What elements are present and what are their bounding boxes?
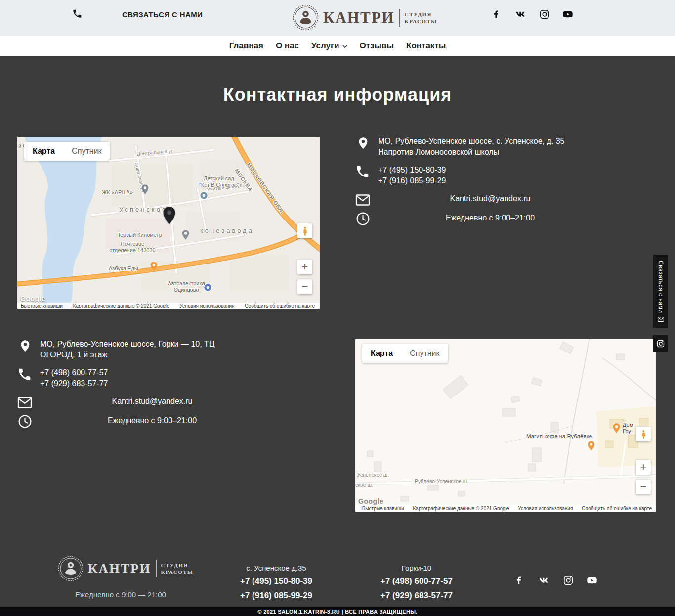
attribution-report[interactable]: Сообщить об ошибке на карте <box>582 506 652 511</box>
pegman-control[interactable] <box>297 223 312 238</box>
clock-icon <box>355 212 378 225</box>
youtube-icon[interactable] <box>562 9 574 19</box>
instagram-side-button[interactable] <box>653 335 668 352</box>
map-label-poi: Азбука Еды <box>109 265 138 272</box>
map-poi-pin[interactable] <box>613 423 620 433</box>
footer-phone: +7 (929) 683-57-77 <box>352 591 481 601</box>
map-label-street: ское ш. <box>355 482 373 488</box>
zoom-in-button[interactable]: + <box>297 260 312 274</box>
nav-home[interactable]: Главная <box>229 41 263 51</box>
map-label-town: Успенское <box>119 206 168 213</box>
contact-info-gorki: МО, Рублево-Успенское шоссе, Горки — 10,… <box>17 338 264 435</box>
main-nav: Главная О нас Услуги Отзывы Контакты <box>0 36 675 56</box>
page-title: Контактная информация <box>0 85 675 105</box>
footer-phone: +7 (916) 085-99-29 <box>212 591 340 601</box>
map-label-poi: Дом Гру <box>623 422 633 435</box>
hours-text: Ежедневно с 9:00–21:00 <box>378 212 602 223</box>
satellite-view-button[interactable]: Спутник <box>63 142 110 161</box>
footer-location-title: с. Успенское д.35 <box>212 564 340 572</box>
vk-icon[interactable] <box>513 9 527 19</box>
attribution-terms[interactable]: Условия использования <box>518 506 573 511</box>
footer-logo[interactable]: КАНТРИ СТУДИЯ КРАСОТЫ <box>58 556 193 581</box>
logo-divider <box>399 9 400 27</box>
map-label-poi: Магия кофе на Рублёвке <box>526 433 592 440</box>
attribution-terms[interactable]: Условия использования <box>179 303 234 308</box>
attribution-data: Картографические данные © 2021 Google <box>413 506 509 511</box>
map-marker-salon[interactable] <box>163 206 176 225</box>
phone-icon <box>72 8 83 19</box>
map-type-toggle: Карта Спутник <box>362 344 448 363</box>
map-poi-auto[interactable] <box>204 283 212 292</box>
nav-contacts[interactable]: Контакты <box>406 41 446 51</box>
site-header: СВЯЗАТЬСЯ С НАМИ КАНТРИ СТУДИЯ КРАСОТЫ <box>0 0 675 36</box>
attribution-shortcuts[interactable]: Быстрые клавиши <box>21 303 63 308</box>
hours-row: Ежедневно с 9:00–21:00 <box>355 212 602 225</box>
map-type-toggle: Карта Спутник <box>24 142 110 161</box>
logo-tagline: СТУДИЯ КРАСОТЫ <box>161 562 194 575</box>
phone-icon <box>17 367 40 382</box>
facebook-icon[interactable] <box>514 575 524 585</box>
instagram-icon[interactable] <box>540 9 549 19</box>
logo-tagline-2: КРАСОТЫ <box>161 569 194 575</box>
phones-row: +7 (495) 150-80-39 +7 (916) 085-99-29 <box>355 164 602 186</box>
nav-services[interactable]: Услуги <box>311 41 347 51</box>
email-text: Kantri.stud@yandex.ru <box>40 396 264 407</box>
contact-us-link[interactable]: СВЯЗАТЬСЯ С НАМИ <box>122 10 203 19</box>
vk-icon[interactable] <box>537 575 550 585</box>
attribution-shortcuts[interactable]: Быстрые клавиши <box>362 506 404 511</box>
copyright-bar: © 2021 SALON.1.KATRIN-3.RU | ВСЕ ПРАВА З… <box>0 607 675 616</box>
map-poi-pin[interactable] <box>141 184 149 194</box>
map-attribution: Быстрые клавиши Картографические данные … <box>17 303 320 309</box>
header-social-links <box>491 9 574 19</box>
map-poi-kindergarten[interactable] <box>200 191 208 200</box>
youtube-icon[interactable] <box>586 575 598 585</box>
map-poi-grocery[interactable] <box>150 262 158 271</box>
address-row: МО, Рублево-Успенское шоссе, Горки — 10,… <box>17 338 264 360</box>
address-text: МО, Рублево-Успенское шоссе, Горки — 10,… <box>40 338 264 360</box>
map-poi-coffee[interactable] <box>588 441 595 451</box>
email-row: Kantri.stud@yandex.ru <box>355 193 602 206</box>
map-uspenskoye[interactable]: й Салъ Центральная ул. Советская ул. МОС… <box>17 137 320 309</box>
map-poi-pin[interactable] <box>182 230 189 240</box>
nav-about[interactable]: О нас <box>276 41 299 51</box>
phone-number: +7 (495) 150-80-39 <box>378 165 602 176</box>
map-gorki[interactable]: Магия кофе на Рублёвке Дом Гру Успенское… <box>355 339 656 512</box>
phone-number: +7 (929) 683-57-77 <box>40 378 264 389</box>
email-icon <box>355 193 378 206</box>
site-logo[interactable]: КАНТРИ СТУДИЯ КРАСОТЫ <box>293 4 437 31</box>
map-view-button[interactable]: Карта <box>362 344 401 363</box>
facebook-icon[interactable] <box>491 9 501 19</box>
zoom-out-button[interactable]: − <box>297 279 312 294</box>
location-pin-icon <box>17 338 40 353</box>
logo-tagline-1: СТУДИЯ <box>161 562 194 569</box>
map-label-street: Рублево-Успенское ш. <box>415 478 468 484</box>
map-label-poi: Почтовое отделение 143030 <box>95 241 169 254</box>
contact-info-uspenskoye: МО, Рублево-Успенское шоссе, с. Успенско… <box>355 135 602 232</box>
satellite-view-button[interactable]: Спутник <box>401 344 448 363</box>
zoom-out-button[interactable]: − <box>636 480 651 494</box>
phone-number: +7 (498) 600-77-57 <box>40 367 264 378</box>
google-logo[interactable]: Google <box>20 295 45 303</box>
email-text: Kantri.stud@yandex.ru <box>378 193 602 204</box>
google-logo[interactable]: Google <box>358 497 383 505</box>
footer-phone: +7 (495) 150-80-39 <box>212 576 340 586</box>
logo-emblem-icon <box>58 556 84 581</box>
location-pin-icon <box>355 135 378 151</box>
phones-row: +7 (498) 600-77-57 +7 (929) 683-57-77 <box>17 367 264 389</box>
zoom-in-button[interactable]: + <box>636 460 651 475</box>
logo-tagline: СТУДИЯ КРАСОТЫ <box>405 11 437 25</box>
phone-numbers: +7 (498) 600-77-57 +7 (929) 683-57-77 <box>40 367 264 389</box>
pegman-control[interactable] <box>636 427 651 441</box>
map-attribution: Быстрые клавиши Картографические данные … <box>355 505 656 512</box>
hours-row: Ежедневно с 9:00–21:00 <box>17 415 264 428</box>
phone-icon <box>355 164 378 179</box>
map-view-button[interactable]: Карта <box>24 142 63 161</box>
map-canvas <box>355 339 656 512</box>
instagram-icon[interactable] <box>563 575 573 585</box>
footer-phone: +7 (498) 600-77-57 <box>352 576 481 586</box>
contact-us-side-tab[interactable]: Связаться с нами <box>653 255 668 328</box>
nav-services-label: Услуги <box>311 41 339 51</box>
attribution-report[interactable]: Сообщить об ошибке на карте <box>245 303 315 308</box>
nav-reviews[interactable]: Отзывы <box>360 41 394 51</box>
logo-emblem-icon <box>293 4 319 31</box>
